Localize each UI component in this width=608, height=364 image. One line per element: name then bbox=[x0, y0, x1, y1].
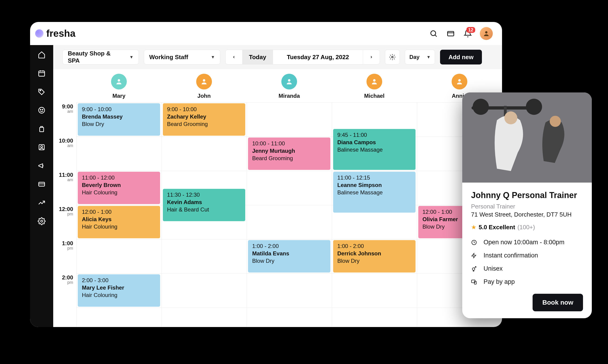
calendar-event[interactable]: 10:00 - 11:00Jenny MurtaughBeard Groomin… bbox=[248, 138, 330, 170]
brand-logo[interactable]: fresha bbox=[35, 28, 75, 39]
event-client: Kevin Adams bbox=[167, 199, 241, 206]
listing-address: 71 West Street, Dorchester, DT7 5UH bbox=[471, 211, 583, 218]
megaphone-icon[interactable] bbox=[37, 161, 46, 170]
listing-attributes: Open now 10:00am - 8:00pm Instant confir… bbox=[471, 239, 583, 286]
calendar-settings-button[interactable] bbox=[385, 50, 400, 65]
staff-header[interactable]: Michael bbox=[332, 69, 417, 102]
event-client: Leanne Simpson bbox=[337, 182, 411, 188]
star-icon: ★ bbox=[471, 224, 476, 231]
svg-point-28 bbox=[526, 99, 542, 115]
listing-detail-card: Johnny Q Personal Trainer Personal Train… bbox=[462, 92, 592, 318]
listing-body: Johnny Q Personal Trainer Personal Train… bbox=[462, 182, 592, 318]
user-avatar[interactable] bbox=[480, 27, 493, 40]
wallet-icon[interactable] bbox=[446, 28, 456, 39]
staff-header[interactable]: Mary bbox=[76, 69, 162, 102]
event-time: 12:00 - 1:00 bbox=[82, 209, 156, 215]
staff-header[interactable]: Miranda bbox=[247, 69, 332, 102]
calendar-event[interactable]: 9:00 - 10:00Zachary KelleyBeard Grooming bbox=[163, 103, 245, 136]
calendar-event[interactable]: 11:30 - 12:30Kevin AdamsHair & Beard Cut bbox=[163, 189, 245, 221]
product-icon[interactable] bbox=[37, 124, 46, 133]
event-time: 11:00 - 12:15 bbox=[337, 174, 411, 181]
event-service: Beard Grooming bbox=[252, 155, 326, 162]
svg-line-1 bbox=[435, 35, 437, 37]
calendar-event[interactable]: 9:00 - 10:00Brenda MasseyBlow Dry bbox=[78, 103, 160, 136]
event-time: 1:00 - 2:00 bbox=[252, 243, 326, 249]
svg-point-3 bbox=[485, 31, 487, 34]
svg-point-34 bbox=[472, 268, 475, 270]
calendar-event[interactable]: 1:00 - 2:00Derrick JohnsonBlow Dry bbox=[333, 240, 415, 273]
svg-point-20 bbox=[203, 79, 206, 82]
logo-mark bbox=[35, 29, 43, 38]
home-icon[interactable] bbox=[37, 50, 46, 59]
location-label: Beauty Shop & SPA bbox=[68, 50, 122, 64]
time-label: 11:00am bbox=[59, 172, 73, 182]
svg-point-31 bbox=[550, 116, 561, 127]
staff-header[interactable]: John bbox=[162, 69, 247, 102]
time-label: 1:00pm bbox=[62, 241, 73, 250]
calendar-event[interactable]: 11:00 - 12:00Beverly BrownHair Colouring bbox=[78, 172, 160, 204]
search-icon[interactable] bbox=[428, 28, 439, 39]
svg-point-22 bbox=[373, 79, 376, 82]
date-navigator: Today Tuesday 27 Aug, 2022 bbox=[225, 50, 380, 65]
calendar-event[interactable]: 12:00 - 1:00Alicia KeysHair Colouring bbox=[78, 206, 160, 238]
event-service: Hair Colouring bbox=[82, 189, 156, 196]
staff-name: Michael bbox=[364, 93, 385, 99]
event-service: Blow Dry bbox=[337, 258, 411, 264]
payment-row: Pay by app bbox=[471, 278, 583, 286]
svg-point-14 bbox=[41, 146, 43, 148]
time-label: 12:00pm bbox=[59, 206, 73, 216]
event-service: Balinese Massage bbox=[337, 146, 411, 153]
calendar-event[interactable]: 1:00 - 2:00Matilda EvansBlow Dry bbox=[248, 240, 330, 273]
event-service: Blow Dry bbox=[252, 258, 326, 264]
location-select[interactable]: Beauty Shop & SPA ▼ bbox=[62, 50, 139, 65]
staff-filter-select[interactable]: Working Staff ▼ bbox=[144, 50, 220, 65]
confirmation-row: Instant confirmation bbox=[471, 252, 583, 259]
sidebar bbox=[30, 45, 53, 327]
prev-day-button[interactable] bbox=[226, 50, 242, 64]
listing-hero-image bbox=[462, 92, 592, 182]
event-client: Jenny Murtaugh bbox=[252, 148, 326, 154]
svg-rect-12 bbox=[40, 127, 44, 131]
event-client: Diana Campos bbox=[337, 139, 411, 146]
event-service: Balinese Massage bbox=[337, 189, 411, 196]
today-button[interactable]: Today bbox=[242, 50, 273, 64]
staff-name: John bbox=[197, 93, 210, 99]
next-day-button[interactable] bbox=[363, 50, 380, 64]
analytics-icon[interactable] bbox=[37, 198, 46, 207]
view-label: Day bbox=[409, 54, 419, 60]
rating-count: (100+) bbox=[518, 224, 535, 231]
event-client: Alicia Keys bbox=[82, 216, 156, 222]
smile-icon[interactable] bbox=[37, 106, 46, 115]
view-select[interactable]: Day ▼ bbox=[405, 50, 435, 65]
book-now-button[interactable]: Book now bbox=[533, 294, 583, 311]
chevron-down-icon: ▼ bbox=[129, 55, 134, 60]
calendar-event[interactable]: 2:00 - 3:00Mary Lee FisherHair Colouring bbox=[78, 274, 160, 307]
tag-icon[interactable] bbox=[37, 87, 46, 96]
client-icon[interactable] bbox=[37, 143, 46, 152]
time-label: 10:00am bbox=[59, 138, 73, 148]
add-new-button[interactable]: Add new bbox=[440, 50, 482, 65]
calendar-event[interactable]: 11:00 - 12:15Leanne SimpsonBalinese Mass… bbox=[333, 172, 415, 213]
svg-point-8 bbox=[40, 90, 41, 91]
calendar-event[interactable]: 9:45 - 11:00Diana CamposBalinese Massage bbox=[333, 129, 415, 170]
calendar-grid[interactable]: 9:00am10:00am11:00am12:00pm1:00pm2:00pm … bbox=[53, 102, 502, 327]
event-service: Hair Colouring bbox=[82, 292, 156, 298]
event-time: 2:00 - 3:00 bbox=[82, 277, 156, 284]
listing-rating: ★ 5.0 Excellent (100+) bbox=[471, 224, 583, 231]
content: Beauty Shop & SPA ▼ Working Staff ▼ Toda… bbox=[53, 45, 502, 327]
settings-icon[interactable] bbox=[37, 217, 46, 226]
event-client: Matilda Evans bbox=[252, 250, 326, 257]
staff-name: Mary bbox=[112, 93, 125, 99]
event-time: 11:30 - 12:30 bbox=[167, 192, 241, 198]
topbar-actions: 12 bbox=[428, 27, 493, 40]
current-date[interactable]: Tuesday 27 Aug, 2022 bbox=[273, 50, 363, 64]
card-icon[interactable] bbox=[37, 180, 46, 189]
svg-rect-4 bbox=[39, 71, 45, 76]
calendar-icon[interactable] bbox=[37, 69, 46, 78]
chevron-down-icon: ▼ bbox=[427, 55, 431, 60]
notifications-icon[interactable]: 12 bbox=[463, 28, 473, 39]
rating-score: 5.0 Excellent bbox=[479, 224, 515, 231]
event-service: Hair & Beard Cut bbox=[167, 206, 241, 213]
chevron-down-icon: ▼ bbox=[211, 55, 215, 60]
svg-point-27 bbox=[473, 99, 489, 115]
